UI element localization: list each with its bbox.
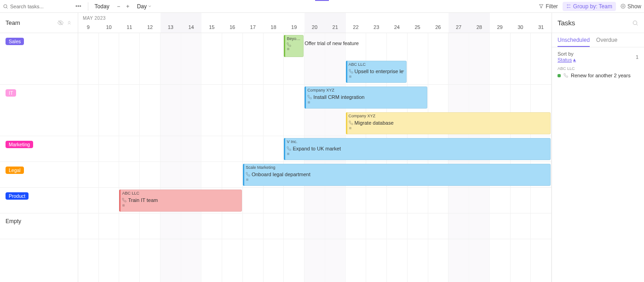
divider xyxy=(88,2,88,11)
task-title: Expand to UK market xyxy=(287,145,548,152)
date-cell: 26 xyxy=(428,13,448,33)
date-cell: 21 xyxy=(325,13,346,33)
date-cell: 29 xyxy=(490,13,511,33)
svg-point-0 xyxy=(4,5,7,8)
timeline-grid: MAY 2023 9101112131415161718192021222324… xyxy=(78,13,552,282)
group-cell: Marketing xyxy=(0,136,78,162)
date-header-row: 9101112131415161718192021222324252627282… xyxy=(78,13,552,33)
status-dot xyxy=(287,153,289,155)
group-badge[interactable]: Legal xyxy=(6,167,24,174)
status-dot xyxy=(558,74,561,77)
gear-icon xyxy=(621,4,626,9)
group-badge[interactable]: Sales xyxy=(6,38,24,45)
sidebar-group-client: ABC LLC xyxy=(558,66,638,71)
task-client: V Inc. xyxy=(287,139,548,145)
group-cell: Sales xyxy=(0,33,78,85)
date-cell: 28 xyxy=(469,13,490,33)
status-dot xyxy=(349,75,351,78)
date-cell: 16 xyxy=(222,13,243,33)
sidebar-tabs: UnscheduledOverdue xyxy=(552,33,644,47)
visibility-icon[interactable] xyxy=(58,20,63,26)
task-count: 1 xyxy=(636,54,638,60)
tab-unscheduled[interactable]: Unscheduled xyxy=(558,34,590,47)
search-icon xyxy=(3,4,8,9)
filter-button[interactable]: Filter xyxy=(539,3,558,10)
status-dot xyxy=(308,101,310,104)
group-cell: Empty xyxy=(0,213,78,239)
date-cell: 13 xyxy=(161,13,181,33)
sort-row: Sort by Status ▴ 1 xyxy=(552,47,644,66)
collapse-icon[interactable] xyxy=(66,20,72,26)
svg-point-10 xyxy=(633,21,637,24)
task-bar[interactable]: Scale MarketingOnboard legal department xyxy=(243,164,551,186)
search-icon[interactable] xyxy=(632,20,638,26)
group-cell: IT xyxy=(0,85,78,136)
task-title: Onboard legal department xyxy=(246,171,548,178)
task-client: Scale Marketing xyxy=(246,165,548,171)
milestone-label[interactable]: Offer trial of new feature xyxy=(305,40,359,46)
date-cell: 14 xyxy=(181,13,202,33)
task-client: ABC LLC xyxy=(122,191,239,196)
group-column: Team SalesITMarketingLegalProductEmpty xyxy=(0,13,78,282)
today-button[interactable]: Today xyxy=(95,3,109,10)
date-cell: 17 xyxy=(243,13,264,33)
svg-line-11 xyxy=(637,24,638,25)
task-bar[interactable]: Company XYZInstall CRM integration xyxy=(305,86,427,109)
date-cell: 30 xyxy=(510,13,531,33)
task-client: ABC LLC xyxy=(349,62,404,68)
sidebar-header: Tasks xyxy=(552,13,644,33)
task-bar[interactable]: ABC LLCTrain IT team xyxy=(119,190,242,212)
show-button[interactable]: Show xyxy=(621,3,641,10)
status-dot xyxy=(246,178,248,181)
search-input[interactable] xyxy=(10,4,56,9)
task-bar[interactable]: ABC LLCUpsell to enterprise level xyxy=(346,61,407,83)
svg-line-1 xyxy=(6,7,7,8)
task-bar[interactable]: V Inc.Expand to UK market xyxy=(284,138,551,160)
date-cell: 27 xyxy=(448,13,469,33)
phone-icon xyxy=(564,73,568,78)
svg-point-7 xyxy=(622,6,624,7)
date-cell: 24 xyxy=(387,13,408,33)
view-mode-dropdown[interactable]: Day xyxy=(137,3,152,10)
gantt-view: Team SalesITMarketingLegalProductEmpty M… xyxy=(0,13,552,282)
zoom-out-button[interactable]: − xyxy=(115,3,122,10)
group-badge[interactable]: Marketing xyxy=(6,141,33,148)
status-dot xyxy=(122,204,125,207)
task-title: Migrate database xyxy=(349,120,548,126)
task-bar[interactable]: Beyond I... xyxy=(284,35,304,57)
date-cell: 20 xyxy=(305,13,325,33)
filter-icon xyxy=(539,4,544,9)
task-client: Beyond I... xyxy=(287,36,301,42)
status-dot xyxy=(349,127,351,129)
team-header: Team xyxy=(0,13,78,33)
group-badge[interactable]: IT xyxy=(6,89,16,97)
sidebar-task-item[interactable]: Renew for another 2 years xyxy=(558,72,638,79)
task-title: Install CRM integration xyxy=(307,94,424,100)
group-icon xyxy=(566,4,571,9)
date-cell: 12 xyxy=(140,13,161,33)
svg-point-3 xyxy=(567,5,568,6)
group-cell: Legal xyxy=(0,162,78,188)
tasks-sidebar: Tasks UnscheduledOverdue Sort by Status … xyxy=(552,13,644,282)
date-cell: 9 xyxy=(78,13,99,33)
date-cell: 15 xyxy=(201,13,222,33)
date-cell: 23 xyxy=(366,13,387,33)
group-badge[interactable]: Product xyxy=(6,192,29,200)
sort-by-dropdown[interactable]: Status ▴ xyxy=(558,57,576,63)
group-by-button[interactable]: Group by: Team xyxy=(563,2,616,11)
date-cell: 11 xyxy=(119,13,140,33)
tab-overdue[interactable]: Overdue xyxy=(596,34,617,47)
task-title: Upsell to enterprise level xyxy=(349,68,404,75)
task-bar[interactable]: Company XYZMigrate database xyxy=(346,112,551,134)
timeline-row xyxy=(78,213,552,239)
task-client: Company XYZ xyxy=(307,88,424,93)
toolbar: ••• Today − + Day Filter Group by: Team … xyxy=(0,0,644,13)
sidebar-task-group: ABC LLC Renew for another 2 years xyxy=(552,66,644,79)
svg-point-4 xyxy=(567,7,568,8)
group-cell: Product xyxy=(0,188,78,213)
date-cell: 25 xyxy=(408,13,428,33)
zoom-in-button[interactable]: + xyxy=(124,3,132,10)
more-icon[interactable]: ••• xyxy=(75,3,81,10)
task-client: Company XYZ xyxy=(349,114,548,119)
status-dot xyxy=(287,48,289,50)
